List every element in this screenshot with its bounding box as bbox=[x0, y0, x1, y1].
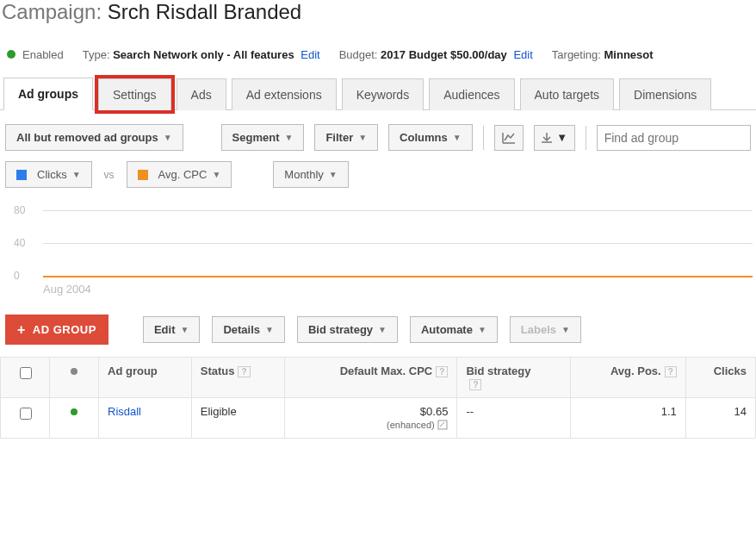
tab-auto-targets[interactable]: Auto targets bbox=[520, 78, 615, 110]
help-icon[interactable]: ? bbox=[238, 366, 250, 377]
cell-default-max-cpc: $0.65 (enhanced) bbox=[284, 398, 457, 439]
caret-down-icon: ▼ bbox=[72, 170, 81, 179]
campaign-targeting: Targeting: Minnesot bbox=[552, 48, 654, 61]
edit-type-link[interactable]: Edit bbox=[301, 48, 319, 61]
tab-ads[interactable]: Ads bbox=[177, 78, 226, 110]
title-value: Srch Risdall Branded bbox=[108, 0, 301, 23]
col-default-max-cpc[interactable]: Default Max. CPC? bbox=[284, 358, 457, 398]
caret-down-icon: ▼ bbox=[164, 133, 172, 142]
chart-area: 80 40 0 bbox=[43, 200, 753, 286]
ad-group-table: Ad group Status? Default Max. CPC? Bid s… bbox=[0, 357, 756, 439]
tab-audiences[interactable]: Audiences bbox=[429, 78, 514, 110]
search-input[interactable] bbox=[597, 125, 751, 151]
bid-strategy-dropdown[interactable]: Bid strategy▼ bbox=[297, 316, 398, 343]
row-checkbox[interactable] bbox=[20, 408, 32, 420]
action-bar: + AD GROUP Edit▼ Details▼ Bid strategy▼ … bbox=[0, 299, 756, 357]
tab-ad-extensions[interactable]: Ad extensions bbox=[232, 78, 337, 110]
cell-status: Eligible bbox=[191, 398, 284, 439]
caret-down-icon: ▼ bbox=[358, 133, 367, 142]
blue-swatch-icon bbox=[16, 170, 27, 180]
orange-swatch-icon bbox=[138, 170, 148, 180]
date-range-dropdown[interactable]: Monthly ▼ bbox=[273, 161, 348, 188]
tab-keywords[interactable]: Keywords bbox=[342, 78, 424, 110]
caret-down-icon: ▼ bbox=[453, 133, 462, 142]
chart-x-label: Aug 2004 bbox=[43, 283, 756, 296]
col-ad-group[interactable]: Ad group bbox=[99, 358, 192, 398]
caret-down-icon: ▼ bbox=[378, 325, 387, 334]
tab-bar: Ad groups Settings Ads Ad extensions Key… bbox=[0, 77, 756, 110]
y-tick: 40 bbox=[14, 237, 25, 249]
y-tick: 80 bbox=[14, 204, 25, 216]
tab-dimensions[interactable]: Dimensions bbox=[619, 78, 711, 110]
metric-selector-row: Clicks ▼ vs Avg. CPC ▼ Monthly ▼ bbox=[0, 159, 756, 195]
labels-dropdown[interactable]: Labels▼ bbox=[510, 316, 581, 343]
tab-settings[interactable]: Settings bbox=[98, 78, 171, 110]
edit-dropdown[interactable]: Edit▼ bbox=[143, 316, 200, 343]
cell-clicks: 14 bbox=[685, 398, 755, 439]
filter-dropdown[interactable]: Filter▼ bbox=[314, 124, 378, 151]
status-column-icon bbox=[71, 368, 77, 375]
caret-down-icon: ▼ bbox=[329, 170, 338, 179]
columns-dropdown[interactable]: Columns▼ bbox=[388, 124, 473, 151]
help-icon[interactable]: ? bbox=[665, 366, 677, 377]
metric-b-dropdown[interactable]: Avg. CPC ▼ bbox=[127, 161, 232, 188]
download-button[interactable]: ▼ bbox=[534, 125, 575, 151]
table-row: Risdall Eligible $0.65 (enhanced) -- 1.1… bbox=[1, 398, 756, 439]
divider bbox=[483, 126, 484, 150]
svg-rect-0 bbox=[438, 421, 447, 429]
scope-dropdown[interactable]: All but removed ad groups▼ bbox=[5, 124, 183, 151]
caret-down-icon: ▼ bbox=[265, 325, 274, 334]
campaign-type: Type: Search Network only - All features… bbox=[83, 48, 320, 61]
title-label: Campaign: bbox=[2, 0, 108, 23]
help-icon[interactable]: ? bbox=[436, 366, 448, 377]
campaign-status: Enabled bbox=[7, 48, 64, 61]
divider bbox=[586, 126, 586, 150]
select-all-checkbox[interactable] bbox=[20, 367, 32, 379]
caret-down-icon: ▼ bbox=[180, 325, 189, 334]
add-ad-group-button[interactable]: + AD GROUP bbox=[5, 315, 108, 345]
status-dot-icon bbox=[7, 50, 15, 59]
automate-dropdown[interactable]: Automate▼ bbox=[410, 316, 498, 343]
col-clicks[interactable]: Clicks bbox=[685, 358, 755, 398]
vs-label: vs bbox=[104, 169, 115, 181]
cell-avg-pos: 1.1 bbox=[570, 398, 685, 439]
campaign-info-bar: Enabled Type: Search Network only - All … bbox=[0, 33, 756, 77]
y-tick: 0 bbox=[14, 270, 20, 282]
campaign-budget: Budget: 2017 Budget $50.00/day Edit bbox=[339, 48, 533, 61]
toolbar: All but removed ad groups▼ Segment▼ Filt… bbox=[0, 110, 756, 159]
segment-dropdown[interactable]: Segment▼ bbox=[221, 124, 305, 151]
metric-a-dropdown[interactable]: Clicks ▼ bbox=[5, 161, 92, 188]
cell-bid-strategy: -- bbox=[457, 398, 571, 439]
edit-budget-link[interactable]: Edit bbox=[513, 48, 532, 61]
caret-down-icon: ▼ bbox=[478, 325, 486, 334]
tab-ad-groups[interactable]: Ad groups bbox=[3, 78, 93, 110]
caret-down-icon: ▼ bbox=[212, 170, 220, 179]
table-header-row: Ad group Status? Default Max. CPC? Bid s… bbox=[1, 358, 756, 398]
ad-group-link[interactable]: Risdall bbox=[108, 405, 141, 418]
edit-inline-icon[interactable] bbox=[437, 420, 448, 430]
caret-down-icon: ▼ bbox=[556, 131, 567, 144]
caret-down-icon: ▼ bbox=[285, 133, 294, 142]
status-dot-icon bbox=[71, 408, 77, 415]
download-icon bbox=[541, 132, 553, 144]
details-dropdown[interactable]: Details▼ bbox=[212, 316, 285, 343]
help-icon[interactable]: ? bbox=[469, 379, 481, 390]
caret-down-icon: ▼ bbox=[561, 325, 570, 334]
chart-icon bbox=[502, 132, 516, 144]
chart-toggle-button[interactable] bbox=[494, 125, 524, 151]
page-title: Campaign: Srch Risdall Branded bbox=[0, 0, 756, 33]
col-bid-strategy[interactable]: Bid strategy? bbox=[457, 358, 571, 398]
col-avg-pos[interactable]: Avg. Pos.? bbox=[570, 358, 685, 398]
col-status[interactable]: Status? bbox=[191, 358, 284, 398]
